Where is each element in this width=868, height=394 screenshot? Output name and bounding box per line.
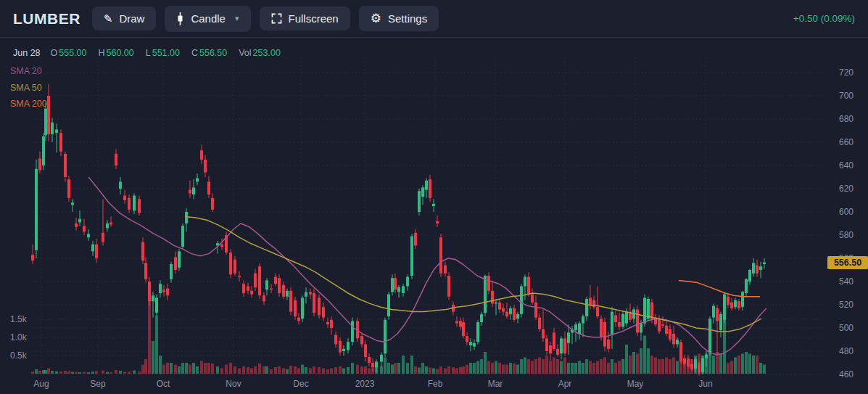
price-tick-label: 600: [827, 207, 865, 217]
month-label: May: [617, 379, 653, 390]
fullscreen-button-label: Fullscreen: [289, 13, 339, 24]
month-label: 2023: [347, 379, 383, 390]
pencil-icon: ✎: [104, 13, 113, 24]
sma-label: SMA 50: [10, 80, 47, 97]
draw-button[interactable]: ✎ Draw: [92, 7, 157, 30]
price-tick-label: 480: [827, 346, 865, 356]
ohlc-field: H560.00: [99, 48, 134, 58]
month-label: Aug: [23, 379, 59, 390]
settings-button[interactable]: ⚙ Settings: [359, 6, 439, 31]
ohlc-bar: Jun 28 O555.00H560.00L551.00C556.50Vol25…: [13, 48, 281, 58]
chart-region: Jun 28 O555.00H560.00L551.00C556.50Vol25…: [0, 38, 868, 394]
volume-tick-label: 1.5k: [10, 314, 32, 324]
price-change: +0.50 (0.09%): [793, 13, 861, 24]
settings-button-label: Settings: [388, 13, 427, 24]
month-label: Apr: [547, 379, 583, 390]
volume-tick-label: 1.0k: [10, 332, 32, 342]
candle-type-button[interactable]: Candle ▾: [165, 6, 250, 32]
price-tick-label: 720: [827, 67, 865, 78]
price-tick-label: 660: [827, 137, 865, 147]
draw-button-label: Draw: [119, 13, 144, 24]
gear-icon: ⚙: [371, 12, 381, 25]
ohlc-field: C556.50: [191, 48, 227, 58]
month-label: Feb: [417, 379, 453, 390]
price-tick-label: 580: [827, 230, 865, 240]
app-header: LUMBER ✎ Draw Candle ▾ Fullscreen ⚙ Sett…: [0, 0, 868, 38]
month-label: Mar: [477, 379, 513, 390]
price-tick-label: 700: [827, 91, 865, 101]
candle-type-label: Candle: [191, 13, 226, 24]
sma-label: SMA 200: [10, 96, 47, 112]
last-price-badge: 556.50: [827, 256, 868, 269]
fullscreen-icon: [271, 13, 282, 24]
chevron-down-icon: ▾: [235, 15, 239, 22]
month-label: Dec: [283, 379, 319, 390]
sma-label: SMA 20: [10, 63, 47, 80]
price-tick-label: 520: [827, 300, 865, 310]
price-tick-label: 460: [827, 369, 865, 379]
price-tick-label: 540: [827, 276, 865, 287]
price-tick-label: 620: [827, 184, 865, 194]
price-tick-label: 680: [827, 114, 865, 124]
indicator-labels: SMA 20SMA 50SMA 200: [10, 63, 47, 112]
ohlc-field: O555.00: [51, 48, 87, 58]
ohlc-date: Jun 28: [13, 48, 41, 58]
month-label: Nov: [215, 379, 252, 390]
month-label: Jun: [687, 379, 724, 390]
symbol-title: LUMBER: [13, 10, 80, 28]
fullscreen-button[interactable]: Fullscreen: [260, 7, 350, 30]
chart-canvas[interactable]: [0, 38, 868, 394]
month-label: Oct: [145, 379, 181, 390]
ohlc-field: L551.00: [146, 48, 180, 58]
price-tick-label: 500: [827, 323, 865, 333]
ohlc-fields: O555.00H560.00L551.00C556.50Vol253.00: [51, 48, 281, 58]
candle-icon: [176, 12, 184, 25]
price-tick-label: 640: [827, 160, 865, 171]
month-label: Sep: [80, 379, 116, 390]
ohlc-field: Vol253.00: [239, 48, 281, 58]
volume-tick-label: 0.5k: [10, 350, 32, 361]
